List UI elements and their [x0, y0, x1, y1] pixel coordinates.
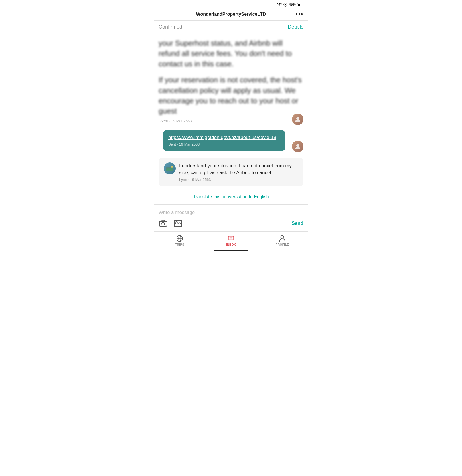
nav-item-trips[interactable]: TRIPS [154, 234, 205, 247]
location-icon [283, 3, 287, 7]
svg-point-11 [281, 236, 284, 239]
message-placeholder[interactable]: Write a message [159, 209, 303, 217]
host-avatar [164, 162, 176, 174]
inbox-label: INBOX [226, 243, 236, 246]
status-bar: 45% [154, 0, 308, 8]
host-message-meta: Lynn · 19 Mar 2563 [179, 178, 298, 182]
svg-point-7 [162, 222, 165, 225]
blurred-text: your Superhost status, and Airbnb will r… [159, 38, 303, 69]
teal-message-bubble: https://www.immigration.govt.nz/about-us… [163, 130, 285, 151]
svg-point-5 [171, 166, 173, 168]
send-button[interactable]: Send [291, 221, 303, 226]
more-options-button[interactable]: ••• [296, 11, 303, 17]
profile-label: PROFILE [276, 243, 289, 246]
blurred-message-block: your Superhost status, and Airbnb will r… [154, 32, 308, 128]
profile-icon [279, 235, 286, 242]
sender-avatar-blurred [292, 114, 303, 125]
trips-icon [176, 235, 183, 242]
translate-row: Translate this conversation to English [154, 190, 308, 204]
teal-sent-label: Sent · 19 Mar 2563 [168, 142, 280, 146]
chat-header: WonderlandPropertyServiceLTD ••• [154, 8, 308, 21]
message-input-area: Write a message Send [154, 204, 308, 231]
nav-item-profile[interactable]: PROFILE [257, 234, 308, 247]
trips-label: TRIPS [175, 243, 184, 246]
home-indicator [154, 249, 308, 253]
host-message-separator: · [188, 178, 190, 182]
message-icons [159, 219, 183, 228]
host-message-block: I understand your situation, I can not c… [159, 158, 303, 187]
host-sender-name: Lynn [179, 178, 187, 182]
bottom-nav: TRIPS INBOX PROFILE [154, 231, 308, 249]
translate-link[interactable]: Translate this conversation to English [193, 194, 269, 199]
home-bar [214, 250, 248, 251]
battery-percent: 45% [289, 3, 296, 7]
camera-button[interactable] [159, 219, 168, 228]
blurred-sent-label: Sent · 19 Mar 2563 [160, 119, 192, 123]
svg-rect-8 [162, 220, 165, 221]
host-message-date: 19 Mar 2563 [190, 178, 211, 182]
svg-rect-9 [174, 220, 182, 227]
nav-item-inbox[interactable]: INBOX [205, 234, 257, 247]
inbox-icon [228, 235, 234, 242]
battery-icon [297, 3, 303, 6]
svg-point-2 [296, 117, 299, 120]
chat-area: your Superhost status, and Airbnb will r… [154, 32, 308, 204]
host-message-text: I understand your situation, I can not c… [179, 162, 298, 176]
sub-header: Confirmed Details [154, 21, 308, 32]
sender-avatar-teal [292, 141, 303, 152]
svg-point-1 [285, 4, 286, 5]
host-message-content: I understand your situation, I can not c… [179, 162, 298, 182]
wifi-icon [277, 3, 282, 6]
status-icons: 45% [277, 3, 303, 7]
svg-point-3 [296, 144, 299, 147]
confirmed-label: Confirmed [159, 24, 182, 30]
blurred-text-2: If your reservation is not covered, the … [159, 75, 303, 116]
covid-link[interactable]: https://www.immigration.govt.nz/about-us… [168, 135, 280, 140]
chat-title: WonderlandPropertyServiceLTD [196, 12, 266, 17]
message-toolbar: Send [159, 217, 303, 229]
gallery-button[interactable] [173, 219, 183, 228]
details-link[interactable]: Details [288, 24, 303, 30]
